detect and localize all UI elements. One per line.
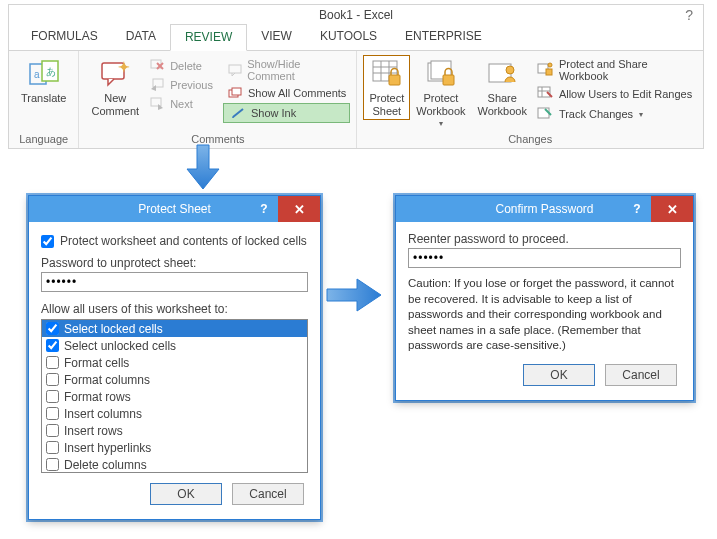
translate-button[interactable]: aあ Translate — [15, 55, 72, 108]
svg-rect-26 — [546, 69, 552, 75]
delete-comment-button[interactable]: Delete — [145, 57, 217, 75]
svg-rect-9 — [153, 79, 163, 87]
protect-workbook-label: Protect Workbook — [416, 92, 465, 117]
chevron-down-icon: ▾ — [639, 110, 643, 119]
new-comment-icon: ✦ — [99, 58, 131, 90]
confirm-password-dialog: Confirm Password ? ✕ Reenter password to… — [395, 195, 694, 401]
svg-rect-10 — [151, 98, 161, 106]
dialog-close-button[interactable]: ✕ — [651, 196, 693, 222]
protect-sheet-dialog: Protect Sheet ? ✕ Protect worksheet and … — [28, 195, 321, 520]
permission-option[interactable]: Select unlocked cells — [42, 337, 307, 354]
dialog-title: Protect Sheet — [138, 202, 211, 216]
permission-option[interactable]: Format cells — [42, 354, 307, 371]
translate-label: Translate — [21, 92, 66, 105]
cancel-button[interactable]: Cancel — [605, 364, 677, 386]
permission-option[interactable]: Insert rows — [42, 422, 307, 439]
dialog-title-bar: Protect Sheet ? ✕ — [29, 196, 320, 222]
dialog-title-bar: Confirm Password ? ✕ — [396, 196, 693, 222]
tab-formulas[interactable]: FORMULAS — [17, 24, 112, 50]
permission-option[interactable]: Format rows — [42, 388, 307, 405]
ok-button[interactable]: OK — [150, 483, 222, 505]
permissions-listbox[interactable]: Select locked cellsSelect unlocked cells… — [41, 319, 308, 473]
ribbon: Book1 - Excel ? FORMULAS DATA REVIEW VIE… — [8, 4, 704, 149]
permission-option[interactable]: Format columns — [42, 371, 307, 388]
group-changes: Protect Sheet Protect Workbook ▾ Share W… — [357, 51, 703, 148]
arrow-down-annotation — [185, 143, 217, 194]
svg-rect-31 — [538, 108, 549, 118]
next-comment-button[interactable]: Next — [145, 95, 217, 113]
tab-enterprise[interactable]: ENTERPRISE — [391, 24, 496, 50]
tab-kutools[interactable]: KUTOOLS — [306, 24, 391, 50]
group-changes-label: Changes — [363, 131, 697, 146]
group-language-label: Language — [15, 131, 72, 146]
share-workbook-label: Share Workbook — [478, 92, 527, 117]
ribbon-body: aあ Translate Language ✦ New Comment — [9, 51, 703, 148]
protect-share-icon — [537, 62, 553, 78]
tab-data[interactable]: DATA — [112, 24, 170, 50]
new-comment-label: New Comment — [91, 92, 139, 117]
show-hide-comment-button[interactable]: Show/Hide Comment — [223, 57, 350, 83]
ribbon-tabs: FORMULAS DATA REVIEW VIEW KUTOOLS ENTERP… — [9, 24, 703, 51]
window-title-bar: Book1 - Excel ? — [9, 5, 703, 24]
svg-text:あ: あ — [46, 66, 56, 77]
share-workbook-icon — [486, 58, 518, 90]
delete-icon — [149, 58, 165, 74]
svg-rect-13 — [232, 88, 241, 95]
track-changes-button[interactable]: Track Changes ▾ — [537, 105, 693, 123]
svg-text:a: a — [34, 69, 40, 80]
group-language: aあ Translate Language — [9, 51, 79, 148]
dialog-title: Confirm Password — [495, 202, 593, 216]
reenter-label: Reenter password to proceed. — [408, 232, 681, 246]
show-all-comments-button[interactable]: Show All Comments — [223, 84, 350, 102]
arrow-right-annotation — [325, 275, 383, 318]
next-icon — [149, 96, 165, 112]
show-all-icon — [227, 85, 243, 101]
comments-show-buttons: Show/Hide Comment Show All Comments Show… — [223, 55, 350, 123]
group-comments: ✦ New Comment Delete Previous N — [79, 51, 357, 148]
dialog-help-button[interactable]: ? — [623, 196, 651, 222]
dialog-close-button[interactable]: ✕ — [278, 196, 320, 222]
protect-contents-checkbox[interactable]: Protect worksheet and contents of locked… — [41, 232, 308, 250]
caution-text: Caution: If you lose or forget the passw… — [408, 276, 681, 354]
protect-sheet-icon — [371, 58, 403, 90]
protect-workbook-icon — [425, 58, 457, 90]
show-ink-button[interactable]: Show Ink — [223, 103, 350, 123]
cancel-button[interactable]: Cancel — [232, 483, 304, 505]
previous-icon — [149, 77, 165, 93]
share-workbook-button[interactable]: Share Workbook — [472, 55, 533, 120]
allow-edit-ranges-button[interactable]: Allow Users to Edit Ranges — [537, 85, 693, 103]
protect-workbook-button[interactable]: Protect Workbook ▾ — [410, 55, 471, 131]
show-hide-icon — [227, 62, 242, 78]
permission-option[interactable]: Delete columns — [42, 456, 307, 473]
tab-view[interactable]: VIEW — [247, 24, 306, 50]
ink-icon — [230, 105, 246, 121]
allow-edit-icon — [537, 86, 553, 102]
svg-point-27 — [548, 63, 552, 67]
new-comment-button[interactable]: ✦ New Comment — [85, 55, 145, 120]
window-title: Book1 - Excel — [319, 8, 393, 22]
allow-label: Allow all users of this worksheet to: — [41, 302, 308, 316]
protect-share-workbook-button[interactable]: Protect and Share Workbook — [537, 57, 693, 83]
permission-option[interactable]: Select locked cells — [42, 320, 307, 337]
help-icon[interactable]: ? — [685, 7, 693, 23]
protect-sheet-label: Protect Sheet — [369, 92, 404, 117]
confirm-password-input[interactable] — [408, 248, 681, 268]
password-label: Password to unprotect sheet: — [41, 256, 308, 270]
svg-rect-11 — [229, 65, 241, 73]
svg-point-24 — [506, 66, 514, 74]
protect-sheet-button[interactable]: Protect Sheet — [363, 55, 410, 120]
ok-button[interactable]: OK — [523, 364, 595, 386]
track-changes-icon — [537, 106, 553, 122]
permission-option[interactable]: Insert columns — [42, 405, 307, 422]
translate-icon: aあ — [28, 58, 60, 90]
svg-rect-22 — [443, 75, 454, 85]
svg-rect-19 — [389, 75, 400, 85]
password-input[interactable] — [41, 272, 308, 292]
tab-review[interactable]: REVIEW — [170, 24, 247, 51]
previous-comment-button[interactable]: Previous — [145, 76, 217, 94]
permission-option[interactable]: Insert hyperlinks — [42, 439, 307, 456]
dialog-help-button[interactable]: ? — [250, 196, 278, 222]
svg-text:✦: ✦ — [118, 60, 130, 75]
comments-small-buttons: Delete Previous Next — [145, 55, 217, 113]
changes-small-buttons: Protect and Share Workbook Allow Users t… — [533, 55, 697, 123]
